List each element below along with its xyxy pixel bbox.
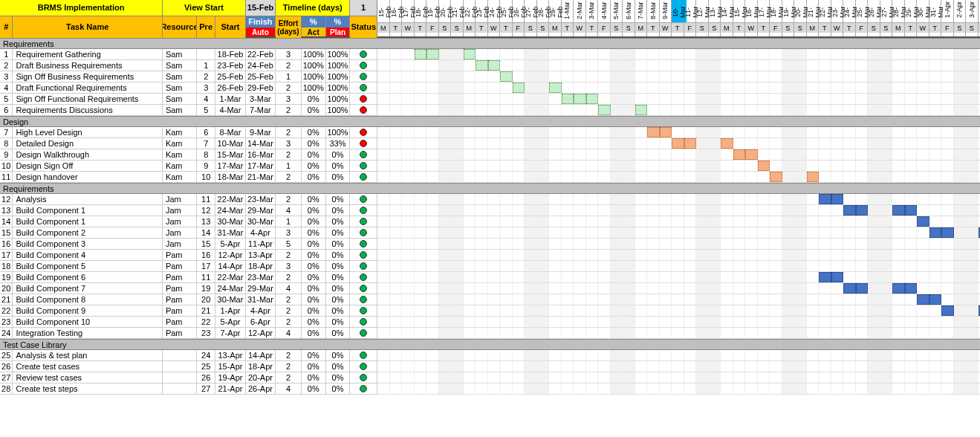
date-col: 20-MarS	[794, 0, 807, 36]
status-dot	[360, 51, 367, 58]
col-pct-plan: %	[326, 16, 351, 27]
gantt-rows	[377, 38, 980, 395]
date-col: 2-AprS	[954, 0, 967, 36]
task-row[interactable]: 12AnalysisJam1122-Mar23-Mar20%0%	[0, 194, 377, 205]
status-dot	[360, 374, 367, 381]
date-col: 1-AprF	[941, 0, 954, 36]
gantt-row	[377, 205, 980, 216]
gantt-row	[377, 227, 980, 239]
gantt-row	[377, 328, 980, 339]
date-col: 3-MarT	[586, 0, 599, 36]
gantt-row	[377, 161, 980, 172]
timeline-value[interactable]: 1	[350, 0, 377, 16]
gantt-row	[377, 60, 980, 71]
task-row[interactable]: 7High Level DesignKam68-Mar9-Mar20%100%	[0, 127, 377, 138]
task-row[interactable]: 20Build Component 7Pam1924-Mar29-Mar40%0…	[0, 283, 377, 294]
task-row[interactable]: 3Sign Off Business RequirementsSam225-Fe…	[0, 71, 377, 82]
date-col: 23-MarW	[831, 0, 844, 36]
task-row[interactable]: 17Build Component 4Pam1612-Apr13-Apr20%0…	[0, 250, 377, 261]
date-col: 28-MarM	[892, 0, 905, 36]
date-col: 27-FebS	[525, 0, 537, 36]
gantt-row	[377, 250, 980, 261]
task-row[interactable]: 14Build Component 1Jam1330-Mar30-Mar10%0…	[0, 216, 377, 227]
task-row[interactable]: 13Build Component 1Jam1224-Mar29-Mar40%0…	[0, 205, 377, 216]
date-col: 20-FebS	[439, 0, 452, 36]
task-row[interactable]: 24Integration TestingPam237-Apr12-Apr40%…	[0, 328, 377, 339]
task-row[interactable]: 8Detailed DesignKam710-Mar14-Mar30%33%	[0, 138, 377, 149]
timeline-label: Timeline (days)	[276, 0, 350, 16]
task-row[interactable]: 1Requirement GatheringSam18-Feb22-Feb310…	[0, 49, 377, 60]
task-row[interactable]: 6Requirements DiscussionsSam54-Mar7-Mar2…	[0, 105, 377, 116]
gantt-row	[377, 372, 980, 383]
task-row[interactable]: 9Design WalkthroughKam815-Mar16-Mar20%0%	[0, 149, 377, 161]
section-header-gantt	[377, 116, 980, 127]
status-dot	[360, 318, 367, 326]
date-col: 15-MarT	[733, 0, 746, 36]
col-plan-sub: Plan	[326, 27, 351, 36]
gantt-app: BRMS Implementation View Start 15-Feb Ti…	[0, 0, 980, 395]
task-row[interactable]: 26Create test cases2515-Apr18-Apr20%0%	[0, 361, 377, 372]
date-col: 29-FebM	[549, 0, 562, 36]
project-title: BRMS Implementation	[0, 0, 163, 16]
date-col: 31-MarT	[929, 0, 942, 36]
section-header-gantt	[377, 183, 980, 194]
status-dot	[360, 273, 367, 281]
date-col: 1-MarT	[562, 0, 574, 36]
col-finish-sub: Auto	[246, 27, 276, 36]
gantt-row	[377, 105, 980, 116]
date-col: 9-MarW	[660, 0, 672, 36]
date-col: 19-FebF	[426, 0, 439, 36]
date-col: 21-FebS	[451, 0, 464, 36]
task-row[interactable]: 4Draft Functional RequirementsSam326-Feb…	[0, 82, 377, 94]
section-header: Requirements	[0, 38, 377, 49]
date-col: 7-MarM	[635, 0, 648, 36]
task-row[interactable]: 11Design handoverKam1018-Mar21-Mar20%0%	[0, 172, 377, 183]
date-col: 17-MarT	[758, 0, 770, 36]
status-dot	[360, 106, 367, 114]
date-col: 13-MarS	[709, 0, 721, 36]
status-dot	[360, 285, 367, 292]
gantt-row	[377, 172, 980, 183]
status-dot	[360, 352, 367, 359]
task-row[interactable]: 16Build Component 3Jam155-Apr11-Apr50%0%	[0, 239, 377, 250]
section-header: Test Case Library	[0, 339, 377, 350]
date-col: 18-FebT	[415, 0, 427, 36]
date-col: 6-MarS	[623, 0, 635, 36]
gantt-chart: 15-FebM16-FebT17-FebW18-FebT19-FebF20-Fe…	[377, 0, 980, 395]
gantt-row	[377, 94, 980, 105]
date-col: 28-FebS	[537, 0, 550, 36]
status-dot	[360, 195, 367, 203]
task-row[interactable]: 28Create test steps2721-Apr26-Apr40%0%	[0, 383, 377, 395]
date-col: 30-MarW	[917, 0, 929, 36]
date-col: 5-MarS	[611, 0, 623, 36]
date-col: 12-MarS	[696, 0, 709, 36]
task-row[interactable]: 18Build Component 5Pam1714-Apr18-Apr30%0…	[0, 261, 377, 272]
date-col: 14-MarM	[721, 0, 733, 36]
gantt-row	[377, 149, 980, 161]
task-row[interactable]: 22Build Component 9Pam211-Apr4-Apr20%0%	[0, 305, 377, 317]
date-col: 16-FebT	[390, 0, 403, 36]
task-row[interactable]: 2Draft Business RequirementsSam123-Feb24…	[0, 60, 377, 71]
task-row[interactable]: 23Build Component 10Pam225-Apr6-Apr20%0%	[0, 317, 377, 328]
status-dot	[360, 62, 367, 69]
date-col: 15-FebM	[377, 0, 390, 36]
date-col: 23-FebT	[476, 0, 488, 36]
task-row[interactable]: 15Build Component 2Jam1431-Mar4-Apr30%0%	[0, 227, 377, 239]
date-col: 19-MarS	[782, 0, 795, 36]
status-dot	[360, 385, 367, 392]
view-start-label[interactable]: View Start	[163, 0, 246, 16]
task-row[interactable]: 25Analysis & test plan2413-Apr14-Apr20%0…	[0, 350, 377, 361]
status-dot	[360, 329, 367, 337]
task-row[interactable]: 27Review test cases2619-Apr20-Apr20%0%	[0, 372, 377, 383]
date-col: 18-MarF	[770, 0, 782, 36]
gantt-row	[377, 350, 980, 361]
gantt-row	[377, 383, 980, 395]
view-start-date[interactable]: 15-Feb	[246, 0, 276, 16]
date-col: 24-FebW	[488, 0, 501, 36]
date-col: 11-MarF	[684, 0, 697, 36]
task-row[interactable]: 5Sign Off Functional RequirementsSam41-M…	[0, 94, 377, 105]
task-row[interactable]: 10Design Sign OffKam917-Mar17-Mar10%0%	[0, 161, 377, 172]
task-row[interactable]: 21Build Component 8Pam2030-Mar31-Mar20%0…	[0, 294, 377, 305]
status-dot	[360, 218, 367, 225]
task-row[interactable]: 19Build Component 6Pam1122-Mar23-Mar20%0…	[0, 272, 377, 283]
